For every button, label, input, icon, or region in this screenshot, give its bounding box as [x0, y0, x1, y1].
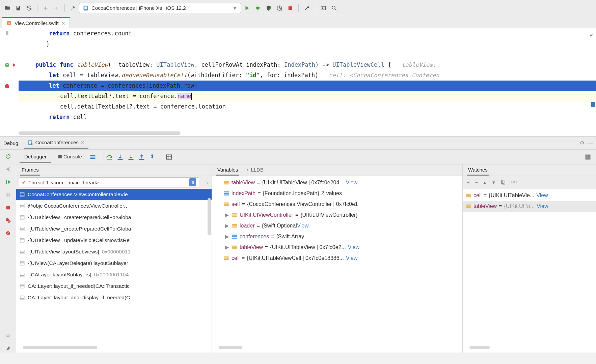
run-to-cursor-icon[interactable]	[148, 152, 157, 162]
inspection-ok-icon[interactable]: ✔	[590, 30, 593, 40]
frame-row[interactable]: -[UITableView layoutSubviews] 0x00000011	[16, 246, 212, 257]
frame-list[interactable]: CocoaConferences.ViewController.tableVie…	[16, 189, 212, 353]
open-icon[interactable]	[3, 3, 12, 13]
threads-icon[interactable]	[88, 152, 98, 162]
attach-icon[interactable]	[319, 3, 328, 13]
override-icon[interactable]	[4, 62, 10, 68]
frame-row[interactable]: -[UITableView _createPreparedCellForGlob…	[16, 223, 212, 235]
stop-icon[interactable]	[286, 3, 295, 13]
evaluate-icon[interactable]	[164, 152, 174, 162]
step-into-icon[interactable]	[115, 152, 125, 162]
forward-icon[interactable]	[52, 3, 61, 13]
breakpoint-icon[interactable]	[4, 83, 10, 89]
glasses-icon[interactable]	[511, 180, 517, 185]
minimap-marker[interactable]	[591, 102, 595, 107]
stop-debug-icon[interactable]	[4, 204, 12, 212]
down-watch-icon[interactable]: ▼	[491, 180, 496, 185]
frame-row[interactable]: CA::Layer::layout_and_display_if_needed(…	[16, 292, 212, 303]
view-breakpoints-icon[interactable]	[4, 216, 12, 224]
mute-breakpoints-icon[interactable]	[4, 229, 12, 237]
variable-row[interactable]: indexPath = {Foundation.IndexPath} 2 val…	[212, 188, 462, 199]
thread-combo[interactable]: ✔ Thread-1-<com....main-thread> ⇅	[19, 177, 199, 187]
debugger-tab[interactable]: Debugger	[20, 151, 51, 163]
view-link[interactable]: View	[346, 177, 357, 188]
frame-row[interactable]: -[UITableView _createPreparedCellForGlob…	[16, 212, 212, 223]
view-link[interactable]: View	[537, 201, 548, 212]
frame-row[interactable]: -[UITableView _updateVisibleCellsNow:isR…	[16, 235, 212, 246]
variable-row[interactable]: ▶loader = {Swift.OptionalView	[212, 220, 462, 231]
rerun-icon[interactable]	[4, 152, 12, 160]
watches-tab[interactable]: Watches	[467, 165, 489, 176]
search-icon[interactable]	[329, 3, 339, 13]
wrench-icon[interactable]	[302, 3, 311, 13]
expand-icon[interactable]: ▶	[225, 242, 229, 253]
variable-row[interactable]: cell = {UIKit.UITableViewCell | 0x7fc0e1…	[212, 253, 462, 264]
frame-row[interactable]: -[CALayer layoutSublayers] 0x0000001104	[16, 269, 212, 280]
build-icon[interactable]	[68, 3, 78, 13]
sync-icon[interactable]	[24, 3, 34, 13]
code-editor[interactable]: return conferences.count } public func t…	[0, 28, 596, 136]
tab-viewcontroller[interactable]: S ViewController.swift ✕	[2, 17, 70, 28]
fold-icon[interactable]	[4, 30, 10, 36]
variable-row[interactable]: tableView = {UIKit.UITableView | 0x7fc0e…	[212, 177, 462, 188]
view-link[interactable]: View	[348, 242, 359, 253]
profile-icon[interactable]	[275, 3, 284, 13]
variable-row[interactable]: ▶UIKit.UIViewController = {UIKit.UIViewC…	[212, 210, 462, 220]
variables-tab[interactable]: Variables	[216, 165, 239, 176]
vars-hscroll[interactable]	[219, 346, 242, 349]
expand-icon[interactable]: ▶	[225, 210, 229, 220]
coverage-icon[interactable]	[264, 3, 273, 13]
remove-watch-icon[interactable]: −	[475, 180, 478, 185]
force-step-into-icon[interactable]	[126, 152, 136, 162]
code-area[interactable]: return conferences.count } public func t…	[19, 28, 596, 122]
up-watch-icon[interactable]: ▲	[483, 180, 487, 185]
back-icon[interactable]	[41, 3, 50, 13]
console-tab[interactable]: Console	[53, 151, 87, 163]
gear-icon[interactable]: ⚙	[580, 140, 584, 146]
variable-row[interactable]: ▶conferences = {Swift.Array	[212, 231, 462, 242]
frames-tab[interactable]: Frames	[20, 165, 40, 176]
pin-icon[interactable]	[4, 344, 12, 353]
layout-icon[interactable]	[583, 152, 593, 162]
expand-icon[interactable]: ▶	[225, 231, 229, 242]
resume-icon[interactable]	[4, 178, 12, 186]
add-watch-icon[interactable]: ＋	[466, 179, 470, 185]
debug-icon[interactable]	[253, 3, 263, 13]
variable-list[interactable]: tableView = {UIKit.UITableView | 0x7fc0e…	[212, 176, 462, 353]
frame-row[interactable]: -[UIView(CALayerDelegate) layoutSublayer	[16, 257, 212, 269]
minimize-icon[interactable]: —	[588, 140, 593, 146]
settings-icon[interactable]: ⚙	[4, 332, 12, 340]
next-frame-icon[interactable]: ↓	[207, 180, 209, 185]
variable-row[interactable]: self = {CocoaConferences.ViewController …	[212, 199, 462, 210]
save-icon[interactable]	[13, 3, 23, 13]
view-link[interactable]: View	[346, 253, 357, 264]
run-icon[interactable]	[242, 3, 252, 13]
variable-row[interactable]: ▶tableView = {UIKit.UITableView | 0x7fc0…	[212, 242, 462, 253]
view-link[interactable]: View	[297, 223, 308, 229]
run-gutter-icon[interactable]	[11, 62, 17, 68]
navigate-icon[interactable]	[4, 165, 12, 173]
editor-hscroll[interactable]	[19, 131, 181, 135]
prev-frame-icon[interactable]: ↑	[202, 180, 204, 185]
view-link[interactable]: View	[536, 190, 548, 201]
frames-hscroll[interactable]	[23, 346, 97, 349]
frames-vscroll[interactable]	[208, 198, 211, 235]
watch-list[interactable]: cell = {UIKit.UITableVie... ViewtableVie…	[463, 189, 596, 353]
expand-icon[interactable]: ▶	[225, 220, 229, 231]
step-out-icon[interactable]	[137, 152, 146, 162]
close-tab-icon[interactable]: ✕	[61, 21, 65, 26]
frame-row[interactable]: CocoaConferences.ViewController.tableVie	[16, 189, 212, 200]
watch-row[interactable]: tableView = {UIKit.UITa... View	[463, 201, 596, 212]
run-config-selector[interactable]: CocoaConferences | iPhone Xs | iOS 12.2 …	[79, 3, 241, 13]
close-session-icon[interactable]: ✕	[81, 140, 85, 146]
watch-row[interactable]: cell = {UIKit.UITableVie... View	[463, 190, 596, 201]
lldb-tab[interactable]: LLDB	[244, 165, 265, 176]
watches-hscroll[interactable]	[469, 346, 490, 349]
copy-watch-icon[interactable]	[500, 179, 506, 186]
debug-session-tab[interactable]: CocoaConferences ✕	[24, 138, 88, 149]
frame-row[interactable]: CA::Layer::layout_if_needed(CA::Transact…	[16, 280, 212, 292]
pause-icon[interactable]	[4, 191, 12, 199]
step-over-icon[interactable]	[105, 152, 114, 162]
frame-row[interactable]: @objc CocoaConferences.ViewController.t	[16, 200, 212, 212]
stepper-icon[interactable]: ⇅	[189, 178, 196, 186]
